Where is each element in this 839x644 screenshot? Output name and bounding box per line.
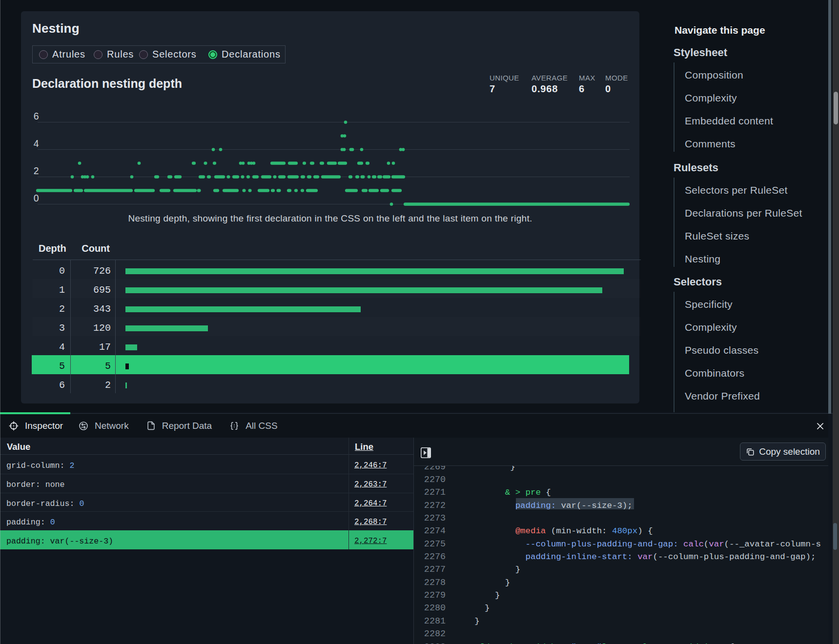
svg-text:4: 4 xyxy=(34,138,39,149)
svg-text:6: 6 xyxy=(34,111,39,121)
svg-text:2: 2 xyxy=(34,165,39,176)
svg-text:0: 0 xyxy=(34,193,39,203)
